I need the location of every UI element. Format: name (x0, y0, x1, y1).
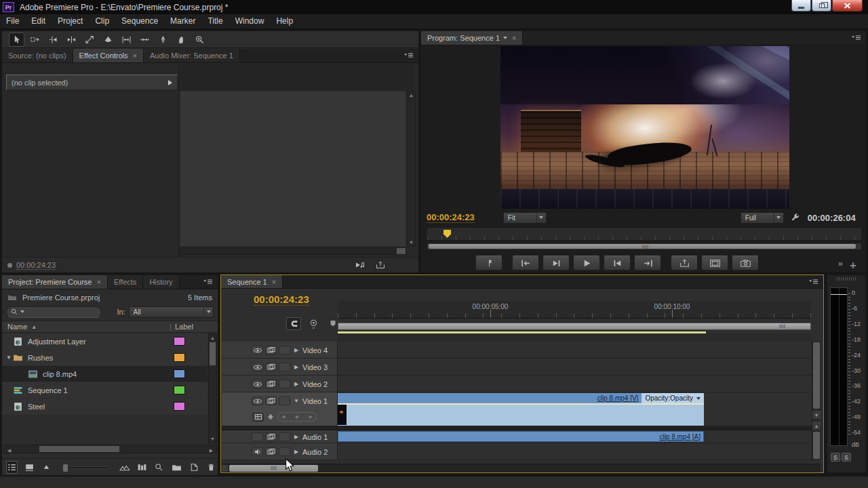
automate-to-sequence-button[interactable] (136, 461, 148, 474)
project-item-adjustment-layer[interactable]: Adjustment Layer (2, 333, 208, 350)
chevron-down-icon[interactable] (503, 37, 507, 39)
previous-keyframe-icon[interactable]: ◀ (281, 414, 285, 420)
clip-selector-dropdown[interactable]: (no clip selected) (6, 75, 178, 90)
label-swatch[interactable] (174, 353, 185, 362)
zoom-slider-thumb[interactable] (62, 464, 68, 472)
scroll-down-icon[interactable]: ▼ (812, 411, 821, 419)
effect-controls-vertical-scrollbar[interactable]: ▲ ▼ (407, 91, 416, 247)
timeline-clip-video[interactable]: clip 8.mp4 [V]Opacity:Opacity (338, 393, 704, 426)
label-column-header[interactable]: Label (175, 323, 193, 331)
solo-button[interactable]: S (831, 453, 840, 462)
toggle-track-mute[interactable] (252, 447, 263, 456)
expand-track-icon[interactable]: ▶ (292, 381, 300, 387)
tab-project-premiere-course[interactable]: Project: Premiere Course× (2, 275, 108, 289)
slip-tool[interactable] (119, 33, 134, 47)
work-area-bar[interactable]: ⦀⦀⦀ (338, 323, 811, 330)
panel-grip[interactable] (837, 277, 856, 281)
list-view-button[interactable] (6, 461, 18, 474)
find-button[interactable] (154, 461, 165, 474)
toggle-track-output[interactable] (252, 346, 263, 354)
timeline-vertical-scrollbar[interactable]: ▼ ▲ (812, 342, 821, 460)
label-swatch[interactable] (174, 402, 185, 411)
snap-toggle[interactable] (286, 317, 301, 330)
scrollbar-thumb[interactable] (397, 248, 406, 254)
set-display-style-button[interactable] (252, 413, 264, 422)
toggle-track-output[interactable] (252, 380, 263, 388)
restore-button[interactable] (812, 0, 831, 12)
lift-icon[interactable] (375, 261, 386, 269)
selection-tool[interactable] (9, 33, 24, 47)
zoom-level-dropdown[interactable]: Fit (503, 212, 547, 224)
expand-track-icon[interactable]: ▶ (292, 434, 300, 440)
project-item-rushes[interactable]: ▼Rushes (2, 350, 208, 366)
name-column-header[interactable]: Name (7, 323, 27, 331)
new-bin-button[interactable] (171, 461, 182, 474)
effect-controls-horizontal-scrollbar[interactable] (180, 247, 406, 255)
tab-source-no-clips[interactable]: Source: (no clips) (2, 49, 73, 62)
program-current-timecode[interactable]: 00:00:24:23 (427, 212, 475, 223)
scroll-up-icon[interactable]: ▲ (209, 334, 216, 342)
tab-audio-mixer-sequence-1[interactable]: Audio Mixer: Sequence 1 (144, 49, 240, 62)
sync-lock-toggle[interactable] (265, 396, 277, 405)
toggle-track-mute[interactable] (252, 432, 263, 441)
sync-lock-toggle[interactable] (265, 447, 277, 456)
scroll-up-icon[interactable]: ▲ (408, 92, 415, 99)
tab-effects[interactable]: Effects (108, 275, 143, 289)
menu-item-help[interactable]: Help (270, 14, 299, 28)
track-lock-toggle[interactable] (279, 346, 290, 354)
search-input[interactable] (6, 306, 102, 318)
menu-item-project[interactable]: Project (52, 14, 89, 28)
work-area-grip[interactable]: ⦀⦀⦀ (779, 324, 785, 329)
add-keyframe-icon[interactable]: ◆ (295, 414, 298, 420)
scrollbar-thumb[interactable]: ⦀⦀⦀ (429, 244, 856, 249)
project-column-header[interactable]: Name ▲ | Label (2, 321, 218, 333)
scrollbar-thumb[interactable]: ⦀⦀⦀ (229, 465, 318, 472)
timeline-clip-audio[interactable]: clip 8.mp4 [A] (338, 431, 704, 442)
close-icon[interactable]: × (512, 34, 516, 42)
menu-item-title[interactable]: Title (201, 14, 229, 28)
safe-margins-button[interactable] (701, 256, 728, 270)
expand-track-icon[interactable]: ▶ (292, 364, 300, 370)
track-lock-toggle[interactable] (279, 432, 290, 441)
menu-item-sequence[interactable]: Sequence (115, 14, 164, 28)
settings-wrench-icon[interactable] (791, 214, 800, 222)
scrollbar-thumb[interactable] (813, 432, 820, 459)
scrollbar-thumb[interactable] (210, 342, 216, 365)
play-button[interactable] (573, 256, 600, 270)
track-lock-toggle[interactable] (279, 447, 290, 456)
track-lane-video-2[interactable] (338, 375, 821, 392)
rate-stretch-tool[interactable] (82, 33, 98, 47)
close-icon[interactable]: × (133, 52, 137, 60)
track-lock-toggle[interactable] (279, 363, 290, 371)
clip-effect-badge[interactable]: Opacity:Opacity (642, 393, 704, 403)
track-lane-video-3[interactable] (338, 359, 821, 375)
slide-tool[interactable] (137, 33, 153, 47)
program-scrollbar[interactable]: ⦀⦀⦀ (427, 243, 862, 250)
scroll-down-icon[interactable]: ▼ (408, 239, 415, 246)
project-item-steel[interactable]: Steel (2, 399, 208, 415)
program-time-ruler[interactable] (427, 227, 862, 241)
pen-tool[interactable] (155, 33, 171, 47)
lift-button[interactable] (671, 256, 698, 270)
toggle-track-output[interactable] (252, 363, 263, 371)
go-to-in-button[interactable] (512, 256, 539, 270)
label-swatch[interactable] (174, 386, 185, 394)
scrollbar-thumb[interactable] (39, 446, 119, 452)
parent-bin-icon[interactable] (7, 293, 17, 302)
sync-lock-toggle[interactable] (265, 346, 277, 354)
menu-item-window[interactable]: Window (229, 14, 271, 28)
track-select-tool[interactable] (27, 33, 43, 47)
timeline-ruler[interactable]: 00:00:05:0000:00:10:00 (338, 301, 811, 319)
menu-item-clip[interactable]: Clip (89, 14, 115, 28)
preview-size-button[interactable] (119, 461, 130, 474)
in-filter-dropdown[interactable]: All (129, 306, 214, 318)
sort-ascending-button[interactable] (41, 461, 53, 474)
close-icon[interactable]: × (272, 278, 276, 286)
track-lane-audio-2[interactable] (338, 443, 821, 460)
playhead-marker[interactable] (443, 230, 451, 238)
toggle-track-output[interactable] (252, 396, 263, 405)
zoom-tool[interactable] (192, 33, 208, 47)
new-item-button[interactable] (189, 461, 200, 474)
scrollbar-stub[interactable] (222, 465, 228, 472)
sync-lock-toggle[interactable] (265, 363, 277, 371)
